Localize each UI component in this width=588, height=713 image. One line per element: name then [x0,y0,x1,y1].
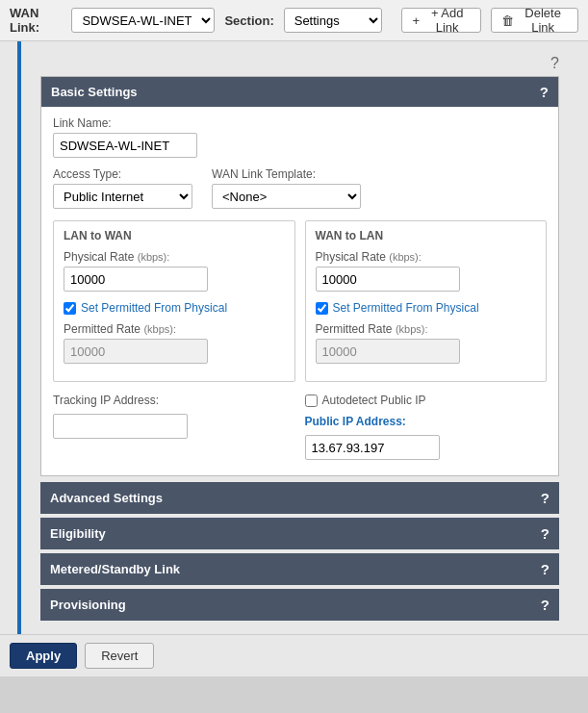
public-ip-input[interactable] [305,435,440,460]
advanced-settings-section[interactable]: Advanced Settings ? [40,482,559,514]
public-ip-col: Autodetect Public IP Public IP Address: [305,394,548,460]
section-select[interactable]: Settings [284,8,383,33]
basic-settings-help-icon[interactable]: ? [540,84,549,100]
wtl-permitted-rate-label: Permitted Rate (kbps): [316,322,537,336]
autodetect-checkbox[interactable] [305,395,318,407]
access-type-label: Access Type: [53,167,192,181]
wtl-physical-rate-field: Physical Rate (kbps): [316,250,537,292]
section-label: Section: [224,13,273,28]
ltw-physical-rate-field: Physical Rate (kbps): [64,250,285,292]
lan-wan-row: LAN to WAN Physical Rate (kbps): Set Per… [53,220,547,382]
wtl-set-permitted-checkbox[interactable] [316,302,328,315]
ltw-set-permitted-checkbox[interactable] [64,302,76,315]
delete-link-button[interactable]: 🗑 Delete Link [491,8,578,33]
wtl-physical-rate-input[interactable] [316,267,460,292]
ltw-set-permitted-row: Set Permitted From Physical [64,301,285,315]
basic-settings-panel: Basic Settings ? Link Name: Access Type:… [40,76,559,476]
ltw-set-permitted-label: Set Permitted From Physical [81,301,227,315]
wtl-permitted-rate-field: Permitted Rate (kbps): [316,322,537,364]
metered-standby-section[interactable]: Metered/Standby Link ? [40,553,559,585]
plus-icon: + [412,13,420,28]
tracking-col: Tracking IP Address: [53,394,295,460]
eligibility-help-icon[interactable]: ? [541,525,550,542]
basic-settings-body: Link Name: Access Type: Public Internet … [41,107,558,475]
provisioning-title: Provisioning [50,598,126,612]
wan-to-lan-title: WAN to LAN [316,229,537,242]
ltw-physical-rate-label: Physical Rate (kbps): [64,250,285,264]
apply-button[interactable]: Apply [10,643,77,669]
public-ip-label: Public IP Address: [305,415,548,428]
access-template-row: Access Type: Public Internet WAN Link Te… [53,167,547,209]
wtl-permitted-rate-input [316,339,460,364]
link-name-field: Link Name: [53,116,547,158]
add-link-button[interactable]: + + Add Link [401,8,481,33]
basic-settings-title: Basic Settings [51,85,138,99]
ltw-permitted-rate-field: Permitted Rate (kbps): [64,322,285,364]
trash-icon: 🗑 [501,13,514,28]
eligibility-title: Eligibility [50,526,106,541]
wtl-set-permitted-label: Set Permitted From Physical [333,301,479,315]
basic-settings-header: Basic Settings ? [41,77,558,107]
wtl-physical-rate-label: Physical Rate (kbps): [316,250,537,264]
tracking-row: Tracking IP Address: Autodetect Public I… [53,394,547,460]
wan-template-label: WAN Link Template: [212,167,361,181]
link-name-label: Link Name: [53,116,547,130]
advanced-settings-help-icon[interactable]: ? [541,490,550,506]
tracking-ip-label: Tracking IP Address: [53,394,295,407]
tracking-ip-input[interactable] [53,414,188,439]
eligibility-section[interactable]: Eligibility ? [40,518,559,549]
provisioning-section[interactable]: Provisioning ? [40,589,559,621]
provisioning-help-icon[interactable]: ? [541,597,550,613]
metered-standby-title: Metered/Standby Link [50,562,180,576]
main-content: ? Basic Settings ? Link Name: Access Typ… [0,41,588,634]
metered-standby-help-icon[interactable]: ? [541,561,550,577]
autodetect-label: Autodetect Public IP [322,394,426,407]
lan-to-wan-box: LAN to WAN Physical Rate (kbps): Set Per… [53,220,295,382]
access-type-select[interactable]: Public Internet [53,184,192,209]
top-bar: WAN Link: SDWSEA-WL-INET Section: Settin… [0,0,588,41]
wan-link-label: WAN Link: [10,6,62,35]
wtl-set-permitted-row: Set Permitted From Physical [316,301,537,315]
wan-template-group: WAN Link Template: <None> [212,167,361,209]
lan-to-wan-title: LAN to WAN [64,229,285,242]
link-name-input[interactable] [53,133,197,158]
autodetect-row: Autodetect Public IP [305,394,548,407]
wan-link-select[interactable]: SDWSEA-WL-INET [71,8,215,33]
wan-template-select[interactable]: <None> [212,184,361,209]
ltw-permitted-rate-label: Permitted Rate (kbps): [64,322,285,336]
ltw-physical-rate-input[interactable] [64,267,208,292]
wan-to-lan-box: WAN to LAN Physical Rate (kbps): Set Per… [305,220,548,382]
ltw-permitted-rate-input [64,339,208,364]
access-type-group: Access Type: Public Internet [53,167,192,209]
action-bar: Apply Revert [0,634,588,676]
advanced-settings-title: Advanced Settings [50,491,163,505]
help-icon-top[interactable]: ? [550,55,559,71]
revert-button[interactable]: Revert [85,643,154,669]
global-help[interactable]: ? [40,51,559,76]
